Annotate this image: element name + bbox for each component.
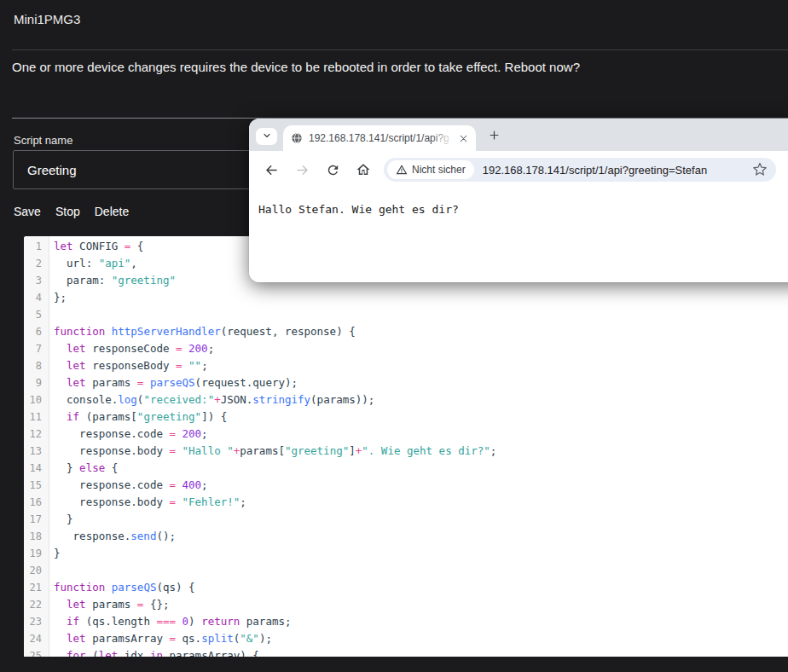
code-line: 4}; [24, 289, 788, 306]
line-number: 6 [24, 323, 49, 340]
line-number: 10 [24, 391, 49, 408]
code-line: 6function httpServerHandler(request, res… [24, 323, 788, 340]
line-number: 17 [24, 511, 49, 528]
code-line: 7 let responseCode = 200; [24, 340, 788, 357]
line-number: 18 [24, 528, 49, 545]
new-tab-button[interactable] [488, 129, 501, 142]
code-line: 9 let params = parseQS(request.query); [24, 374, 788, 391]
stop-button[interactable]: Stop [55, 205, 80, 218]
line-number: 11 [24, 408, 49, 426]
line-number: 19 [24, 545, 49, 562]
api-response-text: Hallo Stefan. Wie geht es dir? [258, 203, 459, 216]
header-divider [12, 49, 788, 50]
browser-tab-strip: 192.168.178.141/script/1/api?g [249, 119, 788, 151]
reboot-now-link[interactable]: Reboot now? [505, 60, 580, 74]
code-line: 22 let params = {}; [24, 596, 788, 613]
line-number: 4 [24, 289, 49, 306]
browser-toolbar: Nicht sicher 192.168.178.141/script/1/ap… [249, 151, 788, 188]
delete-button[interactable]: Delete [95, 205, 129, 218]
address-bar[interactable]: Nicht sicher 192.168.178.141/script/1/ap… [384, 158, 776, 182]
reboot-message-text: One or more device changes requires the … [12, 60, 501, 74]
line-number: 16 [24, 494, 49, 511]
code-line: 8 let responseBody = ""; [24, 357, 788, 374]
code-line: 23 if (qs.length === 0) return params; [24, 613, 788, 630]
refresh-button[interactable] [321, 158, 345, 182]
forward-button[interactable] [290, 158, 314, 182]
line-number: 7 [24, 340, 49, 357]
refresh-icon [326, 163, 340, 177]
line-number: 25 [24, 647, 49, 657]
code-line: 14 } else { [24, 460, 788, 477]
close-icon [458, 133, 469, 144]
script-name-label: Script name [14, 134, 72, 147]
script-actions: Save Stop Delete [14, 205, 129, 218]
code-line: 25 for (let idx in paramsArray) { [24, 647, 788, 657]
code-line: 20 [24, 562, 788, 579]
page-title: Mini1PMG3 [14, 12, 80, 26]
code-editor[interactable]: 1let CONFIG = {2 url: "api",3 param: "gr… [24, 236, 788, 657]
code-line: 24 let paramsArray = qs.split("&"); [24, 630, 788, 647]
line-number: 12 [24, 426, 49, 443]
code-line: 21function parseQS(qs) { [24, 579, 788, 596]
line-number: 9 [24, 374, 49, 391]
arrow-back-icon [264, 162, 280, 178]
back-button[interactable] [259, 158, 283, 182]
star-icon [751, 161, 768, 178]
code-line: 11 if (params["greeting"]) { [24, 408, 788, 426]
line-number: 8 [24, 357, 49, 374]
code-line: 15 response.code = 400; [24, 477, 788, 494]
line-number: 15 [24, 477, 49, 494]
save-button[interactable]: Save [14, 205, 41, 218]
url-text: 192.168.178.141/script/1/api?greeting=St… [483, 164, 707, 177]
code-line: 5 [24, 306, 788, 323]
tab-search-button[interactable] [256, 128, 277, 145]
code-line: 13 response.body = "Hallo "+params["gree… [24, 443, 788, 460]
code-line: 19} [24, 545, 788, 562]
home-button[interactable] [351, 158, 375, 182]
tab-close-button[interactable] [458, 133, 469, 144]
reboot-message: One or more device changes requires the … [12, 60, 580, 74]
browser-tab[interactable]: 192.168.178.141/script/1/api?g [283, 125, 476, 151]
home-icon [356, 162, 371, 177]
line-number: 1 [24, 238, 49, 255]
line-number: 2 [24, 255, 49, 272]
line-number: 3 [24, 272, 49, 289]
line-number: 5 [24, 306, 49, 323]
warning-icon [396, 164, 408, 176]
tab-title: 192.168.178.141/script/1/api?g [309, 132, 453, 144]
line-number: 24 [24, 630, 49, 647]
line-number: 21 [24, 579, 49, 596]
plus-icon [488, 129, 501, 142]
line-number: 22 [24, 596, 49, 613]
line-number: 23 [24, 613, 49, 630]
code-line: 18 response.send(); [24, 528, 788, 545]
browser-page-content: Hallo Stefan. Wie geht es dir? [249, 188, 788, 282]
code-line: 17 } [24, 511, 788, 528]
security-status-chip[interactable]: Nicht sicher [387, 160, 474, 179]
code-line: 16 response.body = "Fehler!"; [24, 494, 788, 511]
code-line: 10 console.log("received:"+JSON.stringif… [24, 391, 788, 408]
security-status-label: Nicht sicher [412, 164, 466, 176]
browser-window: 192.168.178.141/script/1/api?g [249, 119, 788, 282]
chevron-down-icon [262, 129, 272, 144]
globe-icon [290, 131, 304, 145]
line-number: 14 [24, 460, 49, 477]
code-lines: 1let CONFIG = {2 url: "api",3 param: "gr… [24, 238, 788, 657]
arrow-forward-icon [294, 162, 310, 178]
line-number: 20 [24, 562, 49, 579]
bookmark-button[interactable] [751, 161, 768, 178]
code-line: 12 response.code = 200; [24, 426, 788, 443]
line-number: 13 [24, 443, 49, 460]
